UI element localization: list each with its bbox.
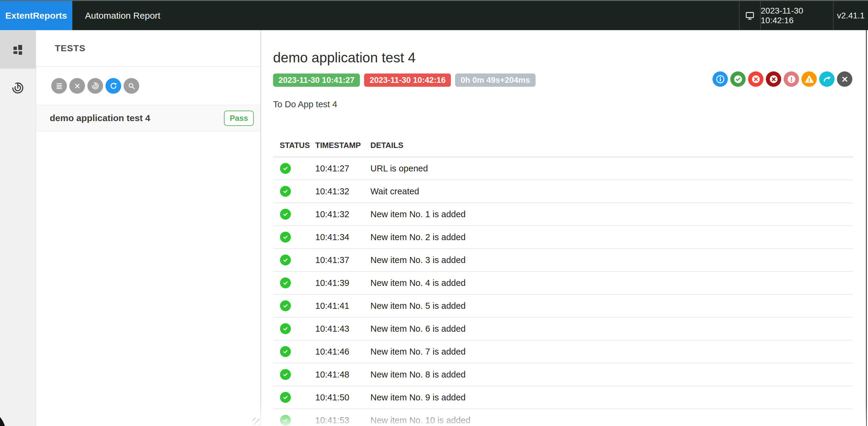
log-status-cell: [273, 249, 315, 271]
log-details-cell: New item No. 9 is added: [370, 386, 853, 409]
info-filter-icon[interactable]: [712, 71, 728, 87]
category-filter-button[interactable]: [87, 78, 103, 94]
pass-check-icon: [280, 323, 291, 334]
log-table-body: 10:41:27 URL is opened 10:41:32 Wait cre…: [273, 157, 853, 426]
log-row: 10:41:50 New item No. 9 is added: [273, 386, 853, 409]
skip-filter-icon[interactable]: [819, 71, 835, 87]
search-button[interactable]: [124, 78, 139, 94]
log-row: 10:41:37 New item No. 3 is added: [273, 249, 853, 271]
log-status-cell: [273, 409, 315, 426]
log-details-cell: New item No. 4 is added: [370, 271, 853, 294]
log-row: 10:41:46 New item No. 7 is added: [273, 340, 853, 363]
report-title: Automation Report: [85, 1, 160, 30]
report-timestamp: 2023-11-30 10:42:16: [760, 1, 833, 30]
warning-filter-icon[interactable]: [801, 71, 817, 87]
log-status-cell: [273, 294, 315, 317]
pass-check-icon: [280, 392, 291, 403]
search-icon: [127, 82, 135, 90]
sidebar-item-dashboard[interactable]: [0, 69, 36, 107]
log-status-cell: [273, 157, 315, 180]
tests-panel: TESTS: [36, 30, 261, 426]
log-timestamp-cell: 10:41:32: [315, 180, 370, 203]
fatal-filter-icon[interactable]: [766, 71, 781, 87]
log-details-cell: New item No. 10 is added: [370, 409, 853, 426]
track-changes-icon: [11, 81, 25, 95]
column-header-details: DETAILS: [370, 141, 853, 157]
log-status-cell: [273, 271, 315, 294]
log-details-cell: Wait created: [370, 180, 853, 203]
pass-check-icon: [280, 232, 291, 242]
test-description: To Do App test 4: [273, 99, 853, 109]
sidebar-item-tests[interactable]: [0, 30, 36, 69]
version-label: v2.41.1: [833, 1, 868, 30]
log-details-cell: New item No. 3 is added: [370, 249, 853, 271]
pass-filter-icon[interactable]: [730, 71, 746, 87]
log-timestamp-cell: 10:41:53: [315, 409, 370, 426]
log-timestamp-cell: 10:41:39: [315, 271, 370, 294]
pass-check-icon: [280, 163, 291, 174]
log-row: 10:41:43 New item No. 6 is added: [273, 317, 853, 340]
log-details-cell: New item No. 6 is added: [370, 317, 853, 340]
tests-panel-header: TESTS: [36, 30, 260, 67]
test-list-item[interactable]: demo application test 4 Pass: [36, 105, 260, 131]
log-timestamp-cell: 10:41:48: [315, 363, 370, 386]
log-details-cell: New item No. 8 is added: [370, 363, 853, 386]
fail-filter-icon[interactable]: [748, 71, 764, 87]
tests-toolbar: [36, 67, 260, 105]
panel-resize-handle[interactable]: [252, 418, 259, 425]
log-timestamp-cell: 10:41:41: [315, 294, 370, 317]
pass-check-icon: [280, 277, 291, 288]
track-changes-icon: [91, 81, 99, 90]
log-timestamp-cell: 10:41:37: [315, 249, 370, 271]
pass-check-icon: [280, 255, 291, 265]
log-status-cell: [273, 226, 315, 249]
refresh-icon: [110, 82, 118, 90]
log-row: 10:41:32 Wait created: [273, 180, 853, 203]
log-status-cell: [273, 363, 315, 386]
error-filter-icon[interactable]: [784, 71, 799, 87]
display-toggle-button[interactable]: [739, 1, 760, 30]
log-status-cell: [273, 340, 315, 363]
log-details-cell: New item No. 2 is added: [370, 226, 853, 249]
clear-filters-button[interactable]: [69, 78, 85, 94]
pass-check-icon: [280, 415, 291, 426]
pass-check-icon: [280, 369, 291, 380]
log-timestamp-cell: 10:41:43: [315, 317, 370, 340]
scrollbar-track[interactable]: [866, 30, 867, 426]
clear-filter-icon[interactable]: [837, 71, 852, 87]
refresh-button[interactable]: [105, 78, 121, 94]
log-details-cell: New item No. 7 is added: [370, 340, 853, 363]
log-timestamp-cell: 10:41:46: [315, 340, 370, 363]
left-rail: [0, 30, 36, 426]
close-icon: [73, 82, 82, 90]
end-time-badge: 2023-11-30 10:42:16: [364, 73, 451, 87]
log-timestamp-cell: 10:41:50: [315, 386, 370, 409]
log-row: 10:41:53 New item No. 10 is added: [273, 409, 853, 426]
log-row: 10:41:32 New item No. 1 is added: [273, 203, 853, 226]
test-detail-title: demo application test 4: [273, 50, 853, 66]
brand-logo[interactable]: ExtentReports: [0, 1, 72, 30]
pass-check-icon: [280, 209, 291, 220]
log-row: 10:41:41 New item No. 5 is added: [273, 294, 853, 317]
status-filter-row: [710, 71, 852, 87]
log-details-cell: URL is opened: [370, 157, 853, 180]
test-name: demo application test 4: [50, 113, 150, 123]
pass-check-icon: [280, 300, 291, 311]
status-filter-button[interactable]: [51, 78, 67, 94]
log-row: 10:41:39 New item No. 4 is added: [273, 271, 853, 294]
log-timestamp-cell: 10:41:34: [315, 226, 370, 249]
log-table: STATUS TIMESTAMP DETAILS 10:41:27 URL is…: [273, 141, 853, 426]
start-time-badge: 2023-11-30 10:41:27: [273, 73, 360, 87]
log-status-cell: [273, 386, 315, 409]
log-row: 10:41:27 URL is opened: [273, 157, 853, 180]
dashboard-grid-icon: [11, 42, 25, 56]
test-status-badge: Pass: [224, 110, 254, 126]
log-status-cell: [273, 317, 315, 340]
navbar: ExtentReports Automation Report 2023-11-…: [0, 0, 868, 30]
log-details-cell: New item No. 1 is added: [370, 203, 853, 226]
log-details-cell: New item No. 5 is added: [370, 294, 853, 317]
duration-badge: 0h 0m 49s+204ms: [455, 73, 535, 87]
log-row: 10:41:48 New item No. 8 is added: [273, 363, 853, 386]
tests-panel-title: TESTS: [55, 43, 86, 53]
test-detail-panel: demo application test 4 2023-11-30 10:41…: [261, 30, 866, 426]
